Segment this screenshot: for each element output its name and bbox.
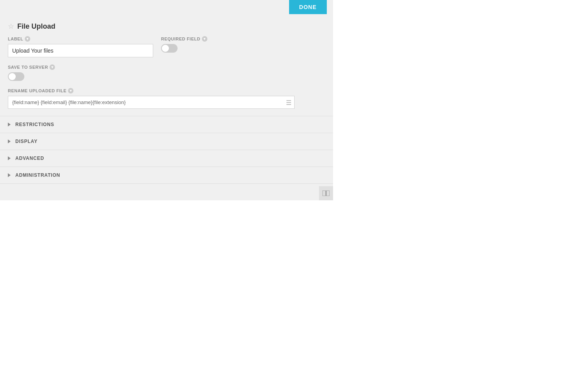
label-info-icon[interactable]: ▼ (25, 36, 30, 42)
svg-rect-1 (326, 191, 330, 196)
save-to-server-label: SAVE TO SERVER ▼ (8, 64, 325, 70)
advanced-chevron-icon (8, 156, 11, 160)
done-btn-wrapper: DONE (0, 0, 333, 14)
administration-chevron-icon (8, 173, 11, 177)
done-button[interactable]: DONE (289, 0, 327, 14)
section-title: File Upload (17, 22, 55, 31)
settings-panel: DONE ☆ File Upload LABEL ▼ REQUIRED FIEL… (0, 0, 333, 200)
restrictions-chevron-icon (8, 123, 11, 126)
display-chevron-icon (8, 139, 11, 143)
rename-icon[interactable]: ☰ (286, 99, 291, 106)
save-to-server-info-icon[interactable]: ▼ (49, 64, 55, 70)
panel-content: ☆ File Upload LABEL ▼ REQUIRED FIELD ▼ (0, 16, 333, 109)
label-field-group: LABEL ▼ (8, 36, 153, 57)
rename-field-label: RENAME UPLOADED FILE ▼ (8, 88, 325, 93)
rename-info-icon[interactable]: ▼ (68, 88, 73, 93)
collapsible-display[interactable]: DISPLAY (0, 133, 333, 150)
collapsible-restrictions[interactable]: RESTRICTIONS (0, 116, 333, 133)
fields-row: LABEL ▼ REQUIRED FIELD ▼ (8, 36, 325, 57)
svg-rect-0 (322, 191, 326, 196)
required-info-icon[interactable]: ▼ (202, 36, 207, 42)
star-icon[interactable]: ☆ (8, 22, 14, 31)
administration-label: ADMINISTRATION (15, 172, 60, 178)
panel-collapse-icon[interactable] (319, 186, 333, 200)
required-toggle[interactable] (161, 44, 178, 53)
save-to-server-slider (8, 72, 24, 81)
section-header: ☆ File Upload (8, 22, 325, 31)
label-input[interactable] (8, 44, 153, 57)
right-area (333, 0, 588, 200)
advanced-label: ADVANCED (15, 156, 44, 161)
collapsible-administration[interactable]: ADMINISTRATION (0, 167, 333, 184)
collapsible-sections: RESTRICTIONS DISPLAY ADVANCED ADMINISTRA… (0, 116, 333, 184)
rename-input-wrapper: ☰ (8, 96, 295, 109)
rename-input[interactable] (8, 96, 295, 109)
display-label: DISPLAY (15, 139, 38, 144)
required-field-group: REQUIRED FIELD ▼ (161, 36, 240, 57)
label-field-label: LABEL ▼ (8, 36, 153, 42)
required-field-label: REQUIRED FIELD ▼ (161, 36, 240, 42)
collapsible-advanced[interactable]: ADVANCED (0, 150, 333, 167)
save-to-server-section: SAVE TO SERVER ▼ (8, 64, 325, 81)
required-toggle-slider (161, 44, 178, 53)
rename-section: RENAME UPLOADED FILE ▼ ☰ (8, 88, 325, 109)
restrictions-label: RESTRICTIONS (15, 122, 54, 127)
save-to-server-toggle[interactable] (8, 72, 24, 81)
